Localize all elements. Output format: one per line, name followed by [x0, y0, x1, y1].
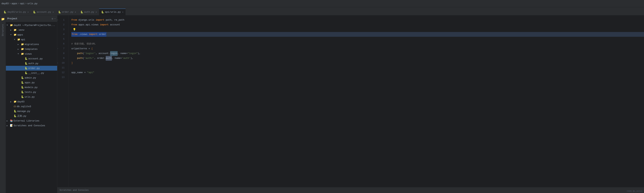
- tree-item-auth-py[interactable]: ▶ 🐍 auth.py: [6, 61, 57, 66]
- tree-item-db-sqlite3[interactable]: ▶ 🗃 db.sqlite3: [6, 104, 57, 109]
- tab-day03urls[interactable]: 🐍 day03/urls.py ✕: [2, 9, 31, 15]
- line-num-11: 11: [57, 66, 66, 70]
- watermark: CSDN @s_Anton: [627, 190, 642, 192]
- line-num-6: 6: [57, 42, 66, 46]
- token-str-auth: 'auth/': [84, 56, 94, 61]
- tree-item-scratches[interactable]: ▶ 📝 Scratches and Consoles: [6, 123, 57, 128]
- line-numbers: —1 2 3 4 5 6 —7 8 9 —10 11 12 13: [57, 16, 68, 187]
- tree-item-admin-py[interactable]: ▶ 🐍 admin.py: [6, 75, 57, 80]
- tree-label-admin-py: admin.py: [25, 76, 36, 79]
- python-file-icon-5: 🐍: [21, 76, 24, 79]
- token-bracket-close: ]: [71, 61, 73, 66]
- tree-item-init-py[interactable]: ▶ 🐍 __init__.py: [6, 70, 57, 75]
- expand-arrow-ext: ▶: [6, 120, 9, 122]
- code-lines[interactable]: from django.urls import path, re_path fr…: [68, 16, 644, 187]
- token-dot-8: .: [108, 51, 110, 56]
- tab-order[interactable]: 🐍 order.py ✕: [56, 9, 78, 15]
- token-eq-9: =: [120, 56, 122, 61]
- tab-apiurls[interactable]: 🐍 api/urls.py ✕: [99, 9, 126, 15]
- tree-item-templates[interactable]: ▶ 📁 templates: [6, 47, 57, 52]
- tree-label-day03: day03: [17, 100, 24, 103]
- scratches-consoles-item[interactable]: Scratches and Consoles: [60, 189, 88, 192]
- tree-item-order-py[interactable]: ▶ 🐍 order.py: [6, 66, 57, 70]
- tree-label-venv: .venv: [17, 29, 24, 32]
- close-tab-account-icon[interactable]: ✕: [52, 11, 54, 13]
- breadcrumb-file[interactable]: urls.py: [28, 2, 38, 5]
- tree-label-views: views: [25, 52, 32, 55]
- folder-icon-day03: 📁: [10, 24, 13, 27]
- token-from-1: from: [71, 18, 77, 22]
- token-eq-8: =: [126, 51, 128, 56]
- breadcrumb-apps[interactable]: apps: [12, 2, 17, 5]
- tree-label-scratches: Scratches and Consoles: [14, 124, 45, 127]
- line-num-12: 12: [57, 70, 66, 75]
- tab-account[interactable]: 🐍 account.py ✕: [31, 9, 56, 15]
- tab-bar: 🐍 day03/urls.py ✕ 🐍 account.py ✕ 🐍 order…: [0, 7, 644, 16]
- tree-item-migrations[interactable]: ▶ 📁 migrations: [6, 42, 57, 47]
- fold-icon-1: —: [57, 18, 58, 22]
- tree-item-api[interactable]: ▼ 📁 api: [6, 37, 57, 42]
- fold-icon-10: —: [57, 61, 58, 66]
- token-path-9: path: [71, 56, 83, 61]
- code-line-8: path ( 'login/' , account . login , name…: [71, 51, 644, 56]
- expand-arrow-migrations: ▶: [18, 43, 20, 46]
- token-str-login: 'login/': [84, 51, 96, 56]
- token-close-9: ),: [130, 56, 134, 61]
- token-paren-9a: (: [83, 56, 84, 61]
- python-file-icon-9: 🐍: [21, 96, 24, 98]
- close-tab-apiurls-icon[interactable]: ✕: [122, 11, 124, 13]
- line-num-7: —7: [57, 46, 66, 51]
- token-import-2: import: [100, 22, 108, 27]
- editor-area: —1 2 3 4 5 6 —7 8 9 —10 11 12 13 from dj…: [57, 16, 644, 193]
- token-comma-9a: ,: [94, 56, 97, 61]
- tree-item-day03[interactable]: ▶ 📁 day03: [6, 99, 57, 104]
- token-str-name-auth: 'auth': [122, 56, 130, 61]
- tree-label-auth-py: auth.py: [28, 62, 38, 65]
- tree-item-urls-py[interactable]: ▶ 🐍 urls.py: [6, 94, 57, 99]
- expand-arrow-scratches: ▶: [6, 124, 9, 127]
- python-file-icon: 🐍: [25, 57, 28, 60]
- code-container: —1 2 3 4 5 6 —7 8 9 —10 11 12 13 from dj…: [57, 16, 644, 187]
- expand-arrow-api: ▼: [14, 38, 16, 40]
- lightbulb-icon[interactable]: 💡: [73, 27, 76, 32]
- tree-item-models-py[interactable]: ▶ 🐍 models.py: [6, 85, 57, 90]
- tab-label-auth: auth.py: [84, 11, 94, 14]
- token-comment-6: # 很多功能, 很多URL: [71, 42, 96, 46]
- tree-item-apps[interactable]: ▼ 📁 apps: [6, 32, 57, 37]
- tab-label-apiurls: api/urls.py: [105, 11, 121, 14]
- tree-item-views[interactable]: ▼ 📁 views: [6, 52, 57, 56]
- tree-item-ext-libs[interactable]: ▶ 📚 External Libraries: [6, 118, 57, 123]
- code-line-13: [71, 75, 644, 80]
- code-line-2: from apps.api.views import account: [71, 22, 644, 27]
- tree-item-account-py[interactable]: ▶ 🐍 account.py: [6, 56, 57, 61]
- tree-item-tests-py[interactable]: ▶ 🐍 tests.py: [6, 90, 57, 94]
- tree-label-urls-py: urls.py: [25, 96, 35, 98]
- tree-item-zhengze[interactable]: ▶ 🐍 正则.py: [6, 114, 57, 118]
- close-tab-order-icon[interactable]: ✕: [75, 11, 76, 13]
- folder-icon[interactable]: 📁: [1, 17, 5, 21]
- tree-label-zhengze: 正则.py: [17, 114, 26, 118]
- tab-auth[interactable]: 🐍 auth.py ✕: [78, 9, 99, 15]
- folder-icon-views: 📁: [21, 52, 24, 55]
- expand-arrow-views: ▼: [18, 53, 20, 55]
- tree-item-apps-py[interactable]: ▶ 🐍 apps.py: [6, 80, 57, 85]
- token-mod-1: django.urls: [77, 18, 96, 22]
- tree-item-venv[interactable]: ▶ 📁 .venv: [6, 28, 57, 32]
- settings-icon[interactable]: ⚙: [52, 17, 53, 20]
- tree-item-manage-py[interactable]: ▶ 🐍 manage.py: [6, 109, 57, 114]
- breadcrumb-api[interactable]: api: [20, 2, 24, 5]
- code-line-7: urlpatterns = [: [71, 46, 644, 51]
- tree-label-tests-py: tests.py: [25, 91, 36, 94]
- structure-label[interactable]: Structure: [0, 23, 5, 38]
- tab-label: day03/urls.py: [7, 11, 26, 14]
- line-num-10: —10: [57, 61, 66, 66]
- python-file-icon-7: 🐍: [21, 86, 24, 89]
- close-tab-icon[interactable]: ✕: [28, 11, 29, 13]
- tree-item-day03-root[interactable]: ▼ 📁 day03 ~/PycharmProjects/5x...: [6, 23, 57, 28]
- close-tab-auth-icon[interactable]: ✕: [96, 11, 97, 13]
- breadcrumb-day03[interactable]: day03: [2, 2, 9, 5]
- token-comma-9b: ,: [112, 56, 115, 61]
- collapse-icon[interactable]: —: [54, 17, 56, 20]
- tree-label-day03-root: day03 ~/PycharmProjects/5x...: [14, 24, 55, 27]
- line-num-5: 5: [57, 37, 66, 42]
